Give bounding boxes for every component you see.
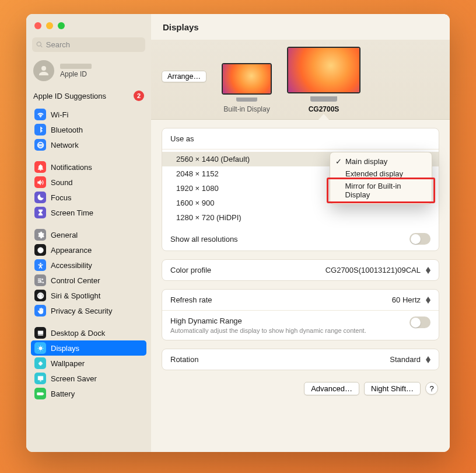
minimize-button[interactable]: [46, 22, 53, 29]
apple-id-label: Apple ID: [60, 70, 92, 78]
sidebar-item-sound[interactable]: Sound: [31, 175, 146, 190]
sidebar-item-label: Notifications: [51, 163, 92, 172]
popover-option[interactable]: Mirror for Built-in Display: [330, 180, 432, 201]
appearance-icon: [34, 244, 46, 256]
color-profile-label: Color profile: [170, 266, 211, 274]
updown-icon: [426, 297, 430, 304]
sidebar-item-network[interactable]: Network: [31, 137, 146, 152]
sidebar-item-label: Desktop & Dock: [51, 329, 105, 338]
sidebar-item-privacy-security[interactable]: Privacy & Security: [31, 303, 146, 318]
updown-icon: [426, 267, 430, 274]
rotation-row[interactable]: Rotation Standard: [162, 349, 439, 370]
sidebar-item-label: Focus: [51, 193, 71, 202]
display-label: CG2700S: [309, 105, 340, 113]
sun-icon: [34, 342, 46, 354]
search-field[interactable]: [32, 37, 145, 52]
checkmark-icon: ✓: [335, 157, 342, 166]
main-panel: Displays Arrange… Built-in DisplayCG2700…: [151, 14, 450, 452]
display-thumb[interactable]: CG2700S: [287, 47, 360, 119]
sidebar-item-battery[interactable]: Battery: [31, 386, 146, 401]
sidebar-item-label: Screen Time: [51, 208, 93, 217]
sidebar-item-siri-spotlight[interactable]: Siri & Spotlight: [31, 288, 146, 303]
color-profile-card: Color profile CG2700S(10013121)09CAL: [162, 259, 439, 281]
refresh-rate-row[interactable]: Refresh rate 60 Hertz: [162, 290, 439, 311]
network-icon: [34, 139, 46, 151]
arrange-button[interactable]: Arrange…: [162, 71, 206, 82]
hdr-row: High Dynamic Range Automatically adjust …: [162, 311, 439, 340]
system-settings-window: Apple ID Apple ID Suggestions 2 Wi-FiBlu…: [26, 14, 450, 452]
use-as-row[interactable]: Use as: [162, 128, 439, 149]
sidebar-item-label: Bluetooth: [51, 126, 83, 134]
bluetooth-icon: [34, 124, 46, 135]
monitor-stand: [310, 96, 337, 102]
sidebar-item-label: Wallpaper: [51, 359, 85, 368]
advanced-button[interactable]: Advanced…: [304, 382, 359, 395]
hourglass-icon: [34, 207, 46, 218]
sidebar-item-appearance[interactable]: Appearance: [31, 242, 146, 258]
show-all-resolutions-row: Show all resolutions: [162, 227, 439, 251]
popover-option[interactable]: Extended display: [330, 168, 432, 180]
close-button[interactable]: [34, 22, 41, 29]
page-title: Displays: [163, 22, 199, 32]
night-shift-button[interactable]: Night Shift…: [364, 382, 421, 395]
monitor-stand: [236, 98, 257, 102]
sidebar-item-focus[interactable]: Focus: [31, 190, 146, 205]
help-button[interactable]: ?: [425, 382, 438, 395]
resolution-option[interactable]: 1280 × 720 (HiDPI): [162, 210, 439, 225]
zoom-button[interactable]: [58, 22, 65, 29]
refresh-hdr-card: Refresh rate 60 Hertz High Dynamic Range…: [162, 289, 439, 340]
updown-icon: [426, 356, 430, 363]
sidebar-item-general[interactable]: General: [31, 227, 146, 242]
sidebar-item-label: Privacy & Security: [51, 307, 112, 315]
sidebar-item-label: Sound: [51, 178, 73, 187]
sidebar-item-label: Appearance: [51, 246, 92, 255]
suggestions-label: Apple ID Suggestions: [33, 92, 106, 100]
color-profile-row[interactable]: Color profile CG2700S(10013121)09CAL: [162, 260, 439, 280]
flower-icon: [34, 357, 46, 369]
sliders-icon: [34, 274, 46, 286]
bell-icon: [34, 161, 46, 173]
gear-icon: [34, 229, 46, 241]
monitor-icon: [287, 47, 360, 93]
sidebar-item-label: Network: [51, 141, 79, 149]
popover-label: Extended display: [345, 169, 403, 178]
main-header: Displays: [151, 14, 450, 40]
siri-icon: [34, 290, 46, 301]
hdr-label: High Dynamic Range: [170, 317, 366, 325]
display-thumb[interactable]: Built-in Display: [222, 63, 272, 119]
sound-icon: [34, 176, 46, 188]
monitor-icon: [222, 63, 272, 95]
hdr-toggle[interactable]: [410, 317, 430, 328]
sidebar-item-screen-time[interactable]: Screen Time: [31, 205, 146, 220]
sidebar-item-control-center[interactable]: Control Center: [31, 273, 146, 288]
show-all-toggle[interactable]: [410, 233, 430, 245]
selected-display-pointer: [318, 114, 329, 120]
refresh-rate-label: Refresh rate: [170, 295, 212, 304]
sidebar-item-desktop-dock[interactable]: Desktop & Dock: [31, 325, 146, 340]
suggestions-badge: 2: [134, 91, 144, 101]
wifi-icon: [34, 109, 46, 120]
sidebar-item-accessibility[interactable]: Accessibility: [31, 258, 146, 273]
sidebar-item-label: General: [51, 231, 78, 239]
apple-id-row[interactable]: Apple ID: [26, 57, 151, 87]
sidebar-item-wallpaper[interactable]: Wallpaper: [31, 356, 146, 371]
sidebar-item-label: Control Center: [51, 276, 100, 285]
footer-buttons: Advanced… Night Shift… ?: [162, 378, 439, 399]
sidebar-item-bluetooth[interactable]: Bluetooth: [31, 122, 146, 137]
popover-option[interactable]: ✓Main display: [330, 155, 432, 168]
sidebar-item-label: Siri & Spotlight: [51, 291, 100, 300]
hand-icon: [34, 305, 46, 317]
battery-icon: [34, 388, 46, 399]
sidebar-item-screen-saver[interactable]: Screen Saver: [31, 371, 146, 386]
sidebar: Apple ID Apple ID Suggestions 2 Wi-FiBlu…: [26, 14, 151, 452]
sidebar-item-label: Wi-Fi: [51, 110, 68, 119]
use-as-popover: ✓Main displayExtended displayMirror for …: [330, 152, 432, 204]
apple-id-suggestions[interactable]: Apple ID Suggestions 2: [26, 87, 151, 107]
sidebar-item-wi-fi[interactable]: Wi-Fi: [31, 107, 146, 122]
titlebar: [26, 14, 151, 37]
search-input[interactable]: [46, 40, 141, 49]
show-all-label: Show all resolutions: [170, 235, 238, 244]
sidebar-item-displays[interactable]: Displays: [31, 340, 146, 356]
sidebar-item-notifications[interactable]: Notifications: [31, 159, 146, 175]
popover-label: Main display: [345, 157, 387, 166]
